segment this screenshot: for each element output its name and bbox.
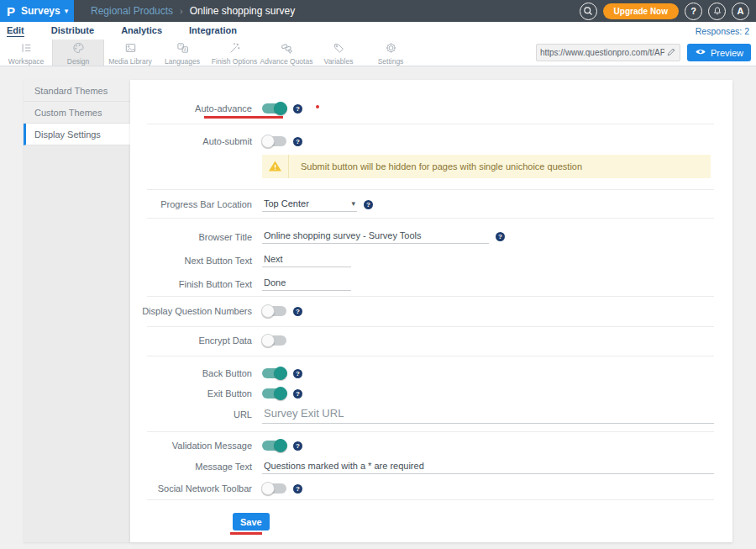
finish-button-text-input[interactable] <box>262 277 351 291</box>
display-question-numbers-label: Display Question Numbers <box>130 306 252 316</box>
questionpro-logo-icon: P <box>7 5 15 18</box>
social-network-toolbar-label: Social Network Toolbar <box>130 483 252 494</box>
tab-integration[interactable]: Integration <box>189 25 237 36</box>
product-switcher[interactable]: Surveys <box>21 5 60 17</box>
sidebar-item-standard-themes[interactable]: Standard Themes <box>24 80 130 102</box>
display-question-numbers-help-icon[interactable]: ? <box>293 307 302 316</box>
back-button-label: Back Button <box>130 368 252 378</box>
toolbar-label: Languages <box>165 57 200 66</box>
toolbar-label: Variables <box>324 57 354 66</box>
divider <box>147 431 714 432</box>
back-button-toggle[interactable] <box>262 368 286 378</box>
toolbar-item-variables[interactable]: Variables <box>312 40 365 66</box>
divider <box>147 189 714 190</box>
logo-block[interactable]: P Surveys ▾ <box>0 0 74 22</box>
sidebar-item-display-settings[interactable]: Display Settings <box>24 124 130 145</box>
sidebar-item-custom-themes[interactable]: Custom Themes <box>24 102 130 124</box>
exit-url-label: URL <box>130 409 252 420</box>
toolbar-label: Finish Options <box>212 57 257 66</box>
tab-analytics[interactable]: Analytics <box>121 25 162 36</box>
exit-button-help-icon[interactable]: ? <box>293 389 302 399</box>
browser-title-input[interactable] <box>262 230 489 244</box>
divider <box>147 124 714 124</box>
tab-distribute[interactable]: Distribute <box>51 25 94 36</box>
social-network-toolbar-help-icon[interactable]: ? <box>293 484 302 494</box>
browser-title-help-icon[interactable]: ? <box>496 232 505 241</box>
back-button-help-icon[interactable]: ? <box>293 369 302 378</box>
breadcrumb-separator-icon: › <box>180 6 183 16</box>
auto-submit-toggle[interactable] <box>262 136 286 146</box>
next-button-text-label: Next Button Text <box>130 256 252 266</box>
breadcrumb: Regional Products › Online shopping surv… <box>91 5 295 17</box>
save-button[interactable]: Save <box>233 513 270 531</box>
next-button-text-input[interactable] <box>262 253 351 267</box>
progress-bar-help-icon[interactable]: ? <box>364 200 373 209</box>
chevron-down-icon: ▾ <box>65 7 69 15</box>
design-sidebar: Standard Themes Custom Themes Display Se… <box>24 80 130 542</box>
message-text-label: Message Text <box>130 462 252 472</box>
validation-message-label: Validation Message <box>130 441 252 451</box>
notifications-bell-icon[interactable] <box>708 3 726 20</box>
divider <box>147 499 714 500</box>
divider <box>147 218 714 219</box>
social-network-toolbar-toggle[interactable] <box>262 483 286 494</box>
variables-icon <box>332 41 346 56</box>
edit-url-pencil-icon[interactable] <box>666 47 676 59</box>
app-header: P Surveys ▾ Regional Products › Online s… <box>0 0 756 22</box>
toolbar-item-languages[interactable]: *A Languages <box>156 40 208 66</box>
auto-advance-label: Auto-advance <box>130 103 252 113</box>
browser-title-label: Browser Title <box>130 232 252 242</box>
validation-message-toggle[interactable] <box>262 441 286 451</box>
toolbar-item-workspace[interactable]: Workspace <box>0 40 52 66</box>
auto-advance-help-icon[interactable]: ? <box>293 104 302 113</box>
eye-icon <box>695 47 706 58</box>
preview-button[interactable]: Preview <box>687 44 751 61</box>
toolbar-item-media-library[interactable]: Media Library <box>104 40 156 66</box>
toolbar-label: Design <box>67 57 89 66</box>
validation-message-help-icon[interactable]: ? <box>293 441 302 451</box>
survey-url-box <box>536 44 680 61</box>
encrypt-data-toggle[interactable] <box>262 335 286 346</box>
search-icon[interactable] <box>580 3 597 20</box>
display-question-numbers-toggle[interactable] <box>262 306 286 316</box>
finish-options-icon <box>228 41 242 56</box>
auto-advance-toggle[interactable] <box>262 103 286 113</box>
breadcrumb-survey-name[interactable]: Online shopping survey <box>190 5 295 17</box>
survey-nav: Edit Distribute Analytics Integration Re… <box>0 22 756 40</box>
avatar[interactable]: A <box>732 3 749 20</box>
responses-count-link[interactable]: Responses: 2 <box>696 26 749 36</box>
design-toolbar: Workspace Design Media Library *A Langua… <box>0 40 756 66</box>
workspace-icon <box>19 41 34 56</box>
svg-text:*: * <box>180 44 181 49</box>
exit-button-toggle[interactable] <box>262 388 286 399</box>
header-actions: Upgrade Now ? A <box>580 3 756 20</box>
survey-url-input[interactable] <box>540 48 664 57</box>
exit-url-input[interactable] <box>262 406 714 424</box>
design-icon <box>71 41 86 56</box>
progress-bar-location-label: Progress Bar Location <box>130 199 252 209</box>
toolbar-item-advance-quotas[interactable]: Advance Quotas <box>260 40 312 66</box>
toolbar-item-settings[interactable]: Settings <box>365 40 417 66</box>
progress-bar-location-value: Top Center <box>264 198 309 209</box>
upgrade-now-button[interactable]: Upgrade Now <box>603 3 679 19</box>
auto-submit-help-icon[interactable]: ? <box>293 137 302 146</box>
message-text-input[interactable] <box>262 460 714 474</box>
divider <box>147 356 714 356</box>
annotation-underline-auto-advance <box>204 116 283 119</box>
breadcrumb-folder[interactable]: Regional Products <box>91 5 173 17</box>
tab-edit[interactable]: Edit <box>7 25 24 37</box>
divider <box>147 296 714 297</box>
toolbar-label: Advance Quotas <box>260 57 313 66</box>
settings-icon <box>384 41 398 56</box>
toolbar-label: Media Library <box>108 57 152 66</box>
exit-button-label: Exit Button <box>130 388 252 399</box>
preview-label: Preview <box>711 48 743 58</box>
warning-divider <box>288 155 289 178</box>
toolbar-item-design[interactable]: Design <box>52 40 104 66</box>
finish-button-text-label: Finish Button Text <box>130 279 252 289</box>
toolbar-item-finish-options[interactable]: Finish Options <box>208 40 260 66</box>
progress-bar-location-select[interactable]: Top Center ▾ <box>262 198 357 212</box>
help-icon[interactable]: ? <box>685 3 702 20</box>
advance-quotas-icon <box>280 41 294 56</box>
warning-triangle-icon <box>268 160 282 174</box>
